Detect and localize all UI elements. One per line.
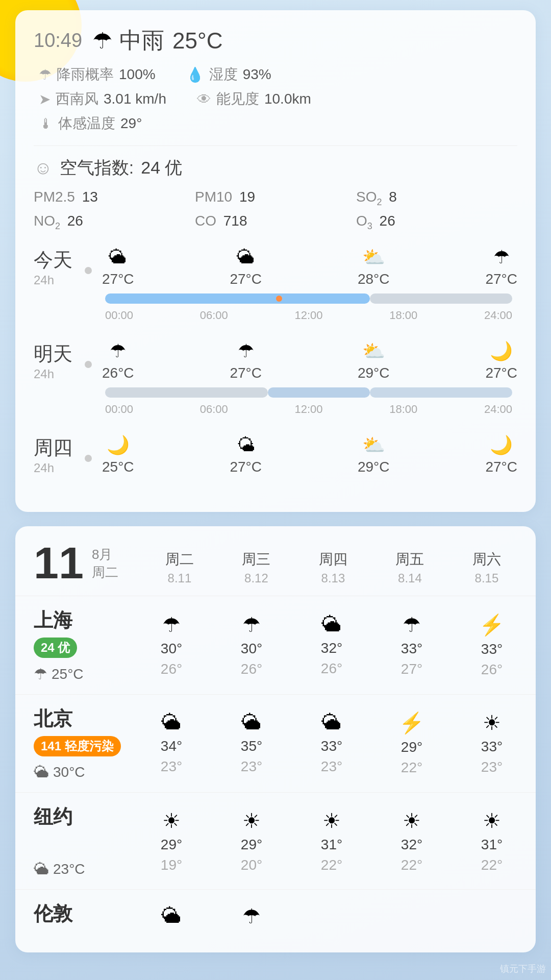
temp-icon-1: 🌥 xyxy=(237,247,255,268)
sh-day-high-3: 33° xyxy=(401,641,422,657)
forecast-dot-today xyxy=(85,267,92,274)
ny-day-icon-2: ☀ xyxy=(322,809,341,832)
aqi-value-beijing: 141 轻度污染 xyxy=(41,738,114,754)
aqi-badge-beijing: 141 轻度污染 xyxy=(34,736,121,756)
sh-day-low-0: 26° xyxy=(161,661,182,677)
tmr-val-2: 29°C xyxy=(358,365,390,381)
bj-day-high-2: 33° xyxy=(321,738,342,754)
tmr-time-1: 06:00 xyxy=(200,403,228,416)
sh-day-3: ☂ 33° 27° xyxy=(386,613,437,678)
co-item: CO 718 xyxy=(195,213,356,232)
city-info-shanghai: 上海 24 优 ☂ 25°C xyxy=(34,607,146,683)
ny-day-2: ☀ 31° 22° xyxy=(306,809,357,873)
city-icon-beijing: 🌥 xyxy=(34,764,49,781)
current-time: 10:49 xyxy=(34,30,82,52)
city-name-newyork: 纽约 xyxy=(34,804,146,830)
watermark: 镇元下手游 xyxy=(500,963,546,975)
ny-day-high-3: 32° xyxy=(401,837,422,853)
bj-day-low-3: 22° xyxy=(401,760,422,776)
tmr-time-0: 00:00 xyxy=(105,403,133,416)
time-label-3: 18:00 xyxy=(389,309,417,322)
tmr-time-2: 12:00 xyxy=(294,403,322,416)
city-current-newyork: 🌥 23°C xyxy=(34,861,146,878)
sh-day-low-1: 26° xyxy=(241,661,262,677)
city-forecast-beijing: 🌥 34° 23° 🌥 35° 23° 🌥 33° 23° ⚡ 29° xyxy=(146,711,517,776)
humidity-value: 93% xyxy=(243,66,271,83)
forecast-section: 今天 24h 🌥 27°C 🌥 27°C xyxy=(34,247,517,475)
weekday-col-4: 周六 8.15 xyxy=(456,550,517,585)
current-weather-row: 10:49 ☂ 中雨 25°C xyxy=(34,26,517,56)
temp-val-2: 28°C xyxy=(358,271,390,287)
temp-item-2: ⛅ 28°C xyxy=(358,247,390,287)
feel-temp-value: 29° xyxy=(120,115,142,132)
ld-day-icon-0: 🌥 xyxy=(161,904,182,927)
tmr-icon-3: 🌙 xyxy=(490,340,513,362)
bj-day-4: ☀ 33° 23° xyxy=(466,711,517,776)
city-icon-newyork: 🌥 xyxy=(34,861,49,878)
bj-day-high-3: 29° xyxy=(401,739,422,755)
forecast-temps-today: 🌥 27°C 🌥 27°C ⛅ 28°C ☂ xyxy=(102,247,517,287)
ny-day-high-2: 31° xyxy=(321,837,342,853)
weekday-date-1: 8.12 xyxy=(244,571,268,585)
bj-day-2: 🌥 33° 23° xyxy=(306,711,357,776)
thu-icon-0: 🌙 xyxy=(107,434,130,456)
tmr-temp-3: 🌙 27°C xyxy=(485,340,517,381)
sh-day-4: ⚡ 33° 26° xyxy=(466,613,517,678)
temp-item-0: 🌥 27°C xyxy=(102,247,134,287)
no2-label: NO2 xyxy=(34,213,60,229)
tmr-temp-1: ☂ 27°C xyxy=(230,340,262,381)
rain-prob-item: ☂ 降雨概率 100% xyxy=(39,65,156,84)
city-comparison-card: 11 8月 周二 周二 8.11 周三 8.12 周四 8.13 xyxy=(15,526,536,952)
humidity-item: 💧 湿度 93% xyxy=(186,65,271,84)
aqi-badge-shanghai: 24 优 xyxy=(34,638,77,658)
current-weather-card: 10:49 ☂ 中雨 25°C ☂ 降雨概率 100% 💧 湿度 93% xyxy=(15,10,536,512)
pm25-item: PM2.5 13 xyxy=(34,189,195,208)
ny-day-1: ☀ 29° 20° xyxy=(226,809,277,873)
wind-icon: ➤ xyxy=(39,91,51,108)
thu-temp-1: 🌤 27°C xyxy=(230,434,262,475)
weekday-date-3: 8.14 xyxy=(398,571,422,585)
forecast-row-today: 今天 24h 🌥 27°C 🌥 27°C xyxy=(34,247,517,322)
weekday-date-0: 8.11 xyxy=(168,571,192,585)
no2-item: NO2 26 xyxy=(34,213,195,232)
ny-day-4: ☀ 31° 22° xyxy=(466,809,517,873)
city-card-header: 11 8月 周二 周二 8.11 周三 8.12 周四 8.13 xyxy=(15,526,536,596)
rain-prob-value: 100% xyxy=(119,66,156,83)
forecast-temps-thu: 🌙 25°C 🌤 27°C ⛅ 29°C 🌙 xyxy=(102,434,517,475)
city-temp-beijing: 30°C xyxy=(53,764,85,780)
city-icon-shanghai: ☂ xyxy=(34,665,47,683)
forecast-row-tomorrow: 明天 24h ☂ 26°C ☂ 27°C xyxy=(34,340,517,416)
forecast-dot-thu xyxy=(85,455,92,462)
temp-item-1: 🌥 27°C xyxy=(230,247,262,287)
tmr-icon-2: ⛅ xyxy=(362,340,385,362)
time-label-1: 06:00 xyxy=(200,309,228,322)
sh-day-1: ☂ 30° 26° xyxy=(226,613,277,678)
sh-day-high-1: 30° xyxy=(241,641,262,657)
tmr-time-3: 18:00 xyxy=(389,403,417,416)
co-value: 718 xyxy=(223,213,247,229)
sh-day-icon-2: 🌥 xyxy=(321,613,342,636)
city-forecast-london: 🌥 ☂ xyxy=(146,904,517,928)
sh-day-2: 🌥 32° 26° xyxy=(306,613,357,678)
city-name-shanghai: 上海 xyxy=(34,607,146,633)
wind-item: ➤ 西南风 3.01 km/h xyxy=(39,89,166,109)
o3-item: O3 26 xyxy=(356,213,517,232)
tmr-icon-1: ☂ xyxy=(238,340,254,362)
forecast-day-tomorrow: 明天 24h xyxy=(34,341,80,381)
weekday-name-0: 周二 xyxy=(165,550,194,569)
weekday-col-3: 周五 8.14 xyxy=(379,550,440,585)
ld-day-3 xyxy=(386,904,437,928)
aqi-value-shanghai: 24 优 xyxy=(41,640,70,656)
forecast-day-thu: 周四 24h xyxy=(34,435,80,475)
o3-value: 26 xyxy=(380,213,395,229)
sh-day-icon-3: ☂ xyxy=(403,613,421,636)
ld-day-0: 🌥 xyxy=(146,904,197,928)
rain-icon: ☂ xyxy=(92,28,112,54)
time-label-0: 00:00 xyxy=(105,309,133,322)
ny-day-low-3: 22° xyxy=(401,857,422,873)
rain-prob-icon: ☂ xyxy=(39,66,52,83)
temp-val-0: 27°C xyxy=(102,271,134,287)
tmr-icon-0: ☂ xyxy=(110,340,126,362)
city-temp-shanghai: 25°C xyxy=(52,666,84,682)
date-sub: 8月 周二 xyxy=(92,546,118,581)
